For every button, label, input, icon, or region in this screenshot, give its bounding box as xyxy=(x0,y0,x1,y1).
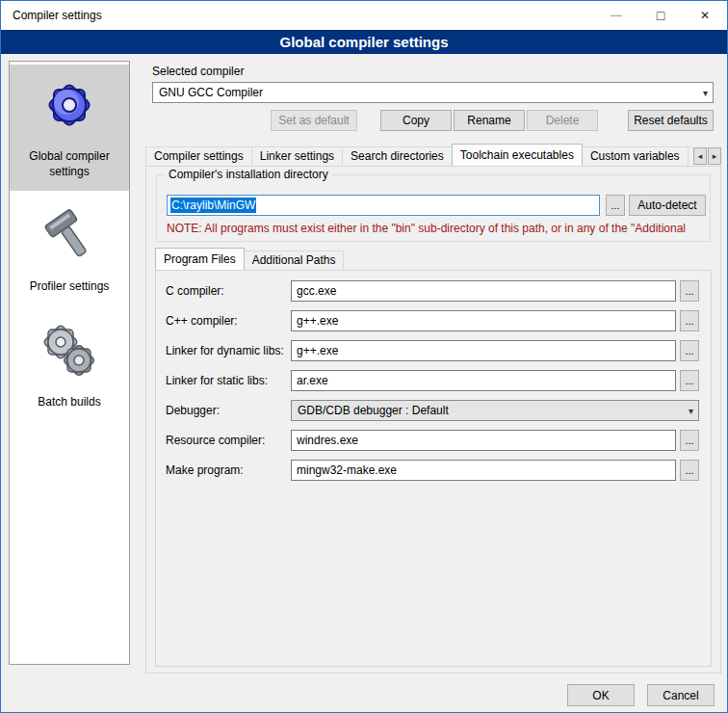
sidebar-item-profiler-settings[interactable]: Profiler settings xyxy=(10,195,129,306)
sidebar-item-label: Batch builds xyxy=(38,395,100,410)
c-compiler-row: C compiler: ... xyxy=(156,280,711,302)
compiler-settings-dialog: Compiler settings — □ ✕ Global compiler … xyxy=(0,0,728,713)
static-linker-input[interactable] xyxy=(291,370,676,391)
debugger-dropdown[interactable]: GDB/CDB debugger : Default ▾ xyxy=(291,400,699,421)
make-program-input[interactable] xyxy=(291,460,676,481)
tab-linker-settings[interactable]: Linker settings xyxy=(251,146,343,166)
tab-compiler-settings[interactable]: Compiler settings xyxy=(145,146,252,166)
blue-gear-icon xyxy=(39,74,100,136)
c-compiler-input[interactable] xyxy=(291,280,676,302)
resource-compiler-label: Resource compiler: xyxy=(166,430,265,451)
close-icon: ✕ xyxy=(700,9,710,22)
dynamic-linker-browse-button[interactable]: ... xyxy=(680,340,699,361)
dynamic-linker-input[interactable] xyxy=(291,340,676,361)
resource-compiler-input[interactable] xyxy=(291,430,676,451)
resource-compiler-browse-button[interactable]: ... xyxy=(680,430,699,451)
program-files-tab-strip: Program Files Additional Paths xyxy=(155,248,540,270)
debugger-label: Debugger: xyxy=(166,400,220,421)
sidebar-item-batch-builds[interactable]: Batch builds xyxy=(10,310,129,422)
dynamic-linker-label: Linker for dynamic libs: xyxy=(166,340,284,361)
rename-button[interactable]: Rename xyxy=(454,110,525,131)
static-linker-browse-button[interactable]: ... xyxy=(680,370,699,391)
installation-note: NOTE: All programs must exist either in … xyxy=(167,222,704,235)
copy-button[interactable]: Copy xyxy=(380,110,452,131)
tab-additional-paths[interactable]: Additional Paths xyxy=(244,251,345,270)
cpp-compiler-browse-button[interactable]: ... xyxy=(680,310,699,331)
settings-category-list: Global compiler settings Profiler settin… xyxy=(9,61,130,665)
maximize-button[interactable]: □ xyxy=(638,1,683,30)
make-program-browse-button[interactable]: ... xyxy=(680,460,699,481)
static-linker-row: Linker for static libs: ... xyxy=(156,370,711,391)
dynamic-linker-row: Linker for dynamic libs: ... xyxy=(156,340,711,361)
window-controls: — □ ✕ xyxy=(594,1,727,30)
debugger-row: Debugger: GDB/CDB debugger : Default ▾ xyxy=(156,400,711,421)
cpp-compiler-label: C++ compiler: xyxy=(166,310,238,331)
sidebar-item-global-compiler-settings[interactable]: Global compiler settings xyxy=(10,65,129,191)
minimize-icon: — xyxy=(611,9,622,22)
tab-custom-variables[interactable]: Custom variables xyxy=(582,146,689,166)
selected-compiler-dropdown[interactable]: GNU GCC Compiler ▾ xyxy=(152,82,714,103)
sidebar-item-label: Profiler settings xyxy=(30,279,110,295)
delete-button[interactable]: Delete xyxy=(527,110,598,131)
reset-defaults-button[interactable]: Reset defaults xyxy=(628,110,714,131)
tab-scroll-right-button[interactable]: ▸ xyxy=(708,147,721,165)
window-title: Compiler settings xyxy=(1,9,102,22)
selected-compiler-value: GNU GCC Compiler xyxy=(159,86,263,99)
ok-button[interactable]: OK xyxy=(567,684,635,706)
c-compiler-label: C compiler: xyxy=(166,280,224,302)
cancel-button[interactable]: Cancel xyxy=(647,684,715,706)
installation-directory-browse-button[interactable]: ... xyxy=(606,195,625,216)
resource-compiler-row: Resource compiler: ... xyxy=(156,430,711,451)
cpp-compiler-row: C++ compiler: ... xyxy=(156,310,711,331)
c-compiler-browse-button[interactable]: ... xyxy=(680,280,699,302)
chevron-down-icon: ▾ xyxy=(689,406,693,416)
installation-directory-group: Compiler's installation directory C:\ray… xyxy=(156,174,711,242)
tab-toolchain-executables[interactable]: Toolchain executables xyxy=(452,144,583,166)
minimize-button[interactable]: — xyxy=(594,1,638,30)
tab-scroll-left-button[interactable]: ◂ xyxy=(693,147,707,165)
close-button[interactable]: ✕ xyxy=(683,1,727,30)
static-linker-label: Linker for static libs: xyxy=(166,370,268,391)
debugger-value: GDB/CDB debugger : Default xyxy=(298,404,449,417)
set-as-default-button[interactable]: Set as default xyxy=(271,110,357,131)
installation-directory-value: C:\raylib\MinGW xyxy=(170,198,256,213)
make-program-label: Make program: xyxy=(166,460,244,481)
installation-directory-input[interactable]: C:\raylib\MinGW xyxy=(167,195,600,216)
profiler-tool-icon xyxy=(39,204,100,266)
gray-gears-icon xyxy=(39,320,100,382)
auto-detect-button[interactable]: Auto-detect xyxy=(629,195,706,216)
selected-compiler-label: Selected compiler xyxy=(152,65,244,78)
page-title: Global compiler settings xyxy=(1,30,727,54)
tab-program-files[interactable]: Program Files xyxy=(155,248,245,270)
sidebar-item-label: Global compiler settings xyxy=(12,149,127,179)
arrow-right-icon: ▸ xyxy=(713,151,717,161)
maximize-icon: □ xyxy=(657,8,664,23)
installation-directory-group-title: Compiler's installation directory xyxy=(165,168,332,181)
make-program-row: Make program: ... xyxy=(156,460,711,481)
settings-tab-strip: Compiler settings Linker settings Search… xyxy=(145,144,692,166)
cpp-compiler-input[interactable] xyxy=(291,310,676,331)
tab-search-directories[interactable]: Search directories xyxy=(342,146,453,166)
arrow-left-icon: ◂ xyxy=(698,151,703,161)
tab-build-options[interactable]: Build xyxy=(688,146,692,166)
chevron-down-icon: ▾ xyxy=(703,88,708,98)
titlebar: Compiler settings — □ ✕ xyxy=(1,1,727,30)
program-files-panel: C compiler: ... C++ compiler: ... Linker… xyxy=(155,270,712,667)
